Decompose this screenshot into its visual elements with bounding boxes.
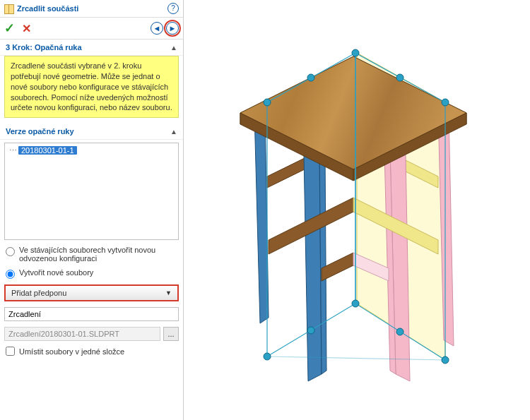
panel-actions: ✓ ✕ ◄ ► xyxy=(0,18,183,40)
panel-header: Zrcadlit součásti ? xyxy=(0,0,183,18)
property-panel: Zrcadlit součásti ? ✓ ✕ ◄ ► 3 Krok: Opač… xyxy=(0,0,184,420)
svg-point-25 xyxy=(307,74,314,81)
panel-title: Zrcadlit součásti xyxy=(17,4,167,13)
svg-point-27 xyxy=(307,327,314,334)
browse-button[interactable]: ... xyxy=(163,327,179,341)
svg-marker-5 xyxy=(304,150,322,381)
radio-new-files[interactable]: Vytvořit nové soubory xyxy=(0,265,183,282)
svg-point-23 xyxy=(264,353,271,360)
svg-marker-11 xyxy=(322,253,353,281)
svg-point-22 xyxy=(442,356,449,364)
tree-item-selected[interactable]: 20180301-01-1 xyxy=(18,146,77,155)
single-folder-label: Umístit soubory v jedné složce xyxy=(19,347,124,356)
radio-derived-config[interactable]: Ve stávajících souborech vytvořit novou … xyxy=(0,243,183,265)
chevron-down-icon: ▼ xyxy=(165,289,172,296)
next-button[interactable]: ► xyxy=(166,22,179,35)
step-title: 3 Krok: Opačná ruka xyxy=(6,43,82,52)
radio-derived-config-label: Ve stávajících souborech vytvořit novou … xyxy=(19,246,177,263)
prefix-select-label: Přidat předponu xyxy=(11,289,66,297)
svg-point-21 xyxy=(352,300,359,307)
svg-point-26 xyxy=(396,328,404,335)
prefix-input[interactable] xyxy=(4,307,179,321)
svg-point-18 xyxy=(352,49,359,56)
versions-header: Verze opačné ruky ▲ xyxy=(0,124,183,140)
file-name-display xyxy=(4,327,160,341)
model-stool xyxy=(212,14,495,395)
svg-point-20 xyxy=(264,99,271,106)
svg-point-19 xyxy=(442,99,449,106)
prefix-select-row: Přidat předponu ▼ xyxy=(4,284,179,301)
single-folder-check[interactable]: Umístit soubory v jedné složce xyxy=(0,344,183,359)
step-info: Zrcadlené součásti vybrané v 2. kroku po… xyxy=(4,56,179,118)
graphics-viewport[interactable] xyxy=(184,0,530,420)
versions-title: Verze opačné ruky xyxy=(6,127,74,136)
prefix-text-row xyxy=(4,307,179,321)
back-button[interactable]: ◄ xyxy=(151,22,163,35)
chevron-up-icon[interactable]: ▲ xyxy=(170,44,177,52)
svg-line-17 xyxy=(267,356,445,360)
single-folder-checkbox[interactable] xyxy=(6,347,15,356)
cancel-button[interactable]: ✕ xyxy=(22,22,31,35)
help-icon[interactable]: ? xyxy=(167,3,179,14)
chevron-up-icon[interactable]: ▲ xyxy=(170,128,177,136)
file-row: ... xyxy=(4,327,179,341)
radio-new-files-label: Vytvořit nové soubory xyxy=(19,268,93,277)
radio-new-files-input[interactable] xyxy=(6,270,15,279)
svg-marker-1 xyxy=(254,109,269,323)
ok-button[interactable]: ✓ xyxy=(4,20,15,36)
svg-point-24 xyxy=(396,74,404,81)
radio-derived-config-input[interactable] xyxy=(6,247,15,256)
step-header: 3 Krok: Opačná ruka ▲ xyxy=(0,40,183,56)
versions-tree[interactable]: ⋯20180301-01-1 xyxy=(4,143,179,240)
prefix-select[interactable]: Přidat předponu ▼ xyxy=(4,284,179,301)
tree-connector: ⋯ xyxy=(9,146,17,155)
mirror-icon xyxy=(4,4,14,13)
